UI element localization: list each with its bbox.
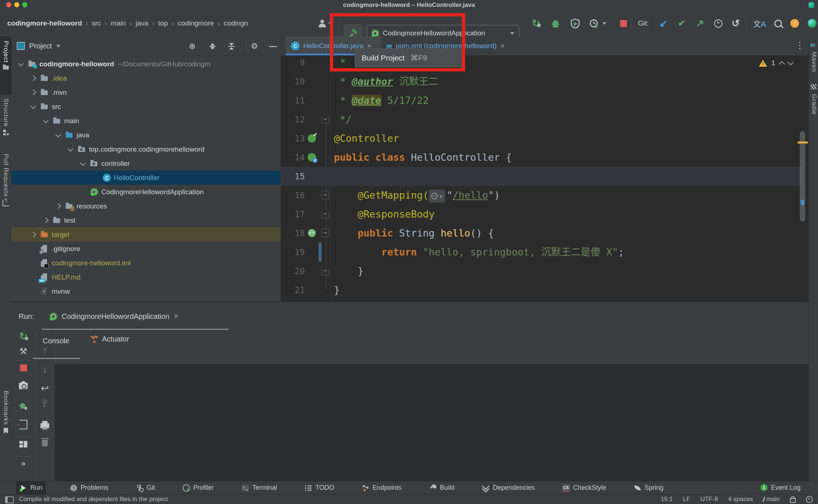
settings-gear-icon[interactable]: ⚙	[251, 42, 258, 51]
tree-chevron-icon[interactable]	[18, 60, 24, 66]
stripe-button-project[interactable]: Project	[0, 36, 12, 95]
clear-console-button[interactable]	[35, 438, 55, 446]
run-configuration-tab[interactable]: CodingmoreHellowordApplication ×	[50, 302, 179, 331]
fold-marker-icon[interactable]: −	[322, 228, 329, 237]
tool-window-button-endpoints[interactable]: Endpoints	[358, 481, 405, 495]
error-stripe-warning-mark[interactable]	[798, 141, 808, 144]
tree-item-target[interactable]: target	[12, 227, 281, 242]
gutter-globe-icon[interactable]	[308, 229, 316, 237]
fold-marker-icon[interactable]: −	[322, 266, 329, 275]
stripe-button-maven[interactable]: Maven	[810, 52, 818, 72]
edit-configuration-button[interactable]: ⚒	[12, 346, 35, 356]
collapse-all-icon[interactable]	[227, 42, 235, 50]
run-with-coverage-button[interactable]	[567, 10, 583, 36]
tree-chevron-icon[interactable]	[43, 117, 49, 123]
breadcrumb-item[interactable]: codingmore-helloword	[7, 19, 82, 27]
code-line-12[interactable]: 12− */	[281, 110, 809, 129]
tree-item-controller[interactable]: controller	[12, 156, 281, 171]
tab-actuator[interactable]: Actuator	[90, 335, 129, 343]
chevron-down-icon[interactable]	[56, 45, 61, 47]
git-history-button[interactable]	[710, 10, 726, 36]
tree-chevron-icon[interactable]	[55, 203, 61, 209]
tree-chevron-icon[interactable]	[68, 146, 74, 152]
tree-item-src[interactable]: src	[12, 99, 281, 114]
fold-marker-icon[interactable]: −	[322, 115, 329, 124]
stripe-button-bookmarks[interactable]: Bookmarks	[0, 391, 12, 434]
stop-button[interactable]	[615, 10, 631, 36]
fold-marker-icon[interactable]: −	[322, 191, 329, 199]
tree-item-hellocontroller[interactable]: HelloController	[12, 171, 281, 185]
code-line-20[interactable]: 20− }	[281, 262, 809, 281]
console-output[interactable]	[55, 364, 809, 482]
hide-panel-icon[interactable]: —	[269, 42, 277, 51]
breadcrumb-item[interactable]: codingn	[224, 19, 248, 27]
code-line-16[interactable]: 16− @GetMapping(∨"/hello")	[281, 186, 809, 205]
tree-item-test[interactable]: test	[12, 213, 281, 227]
status-widget-branch[interactable]: main	[763, 496, 780, 503]
code-line-19[interactable]: 19 return "hello, springboot, 沉默王二是傻 X";	[281, 243, 809, 262]
translate-icon[interactable]: 文A	[750, 10, 769, 36]
gutter-bean-icon[interactable]	[308, 134, 316, 142]
tree-item--idea[interactable]: .idea	[12, 71, 281, 85]
url-inlay-chip[interactable]: ∨	[429, 190, 445, 203]
code-line-17[interactable]: 17− @ResponseBody	[281, 205, 809, 224]
tool-window-button-checkstyle[interactable]: CheckStyle	[559, 481, 610, 495]
tool-window-button-todo[interactable]: TODO	[301, 481, 338, 495]
tree-item-help-md[interactable]: HELP.md	[12, 270, 281, 284]
project-view-title[interactable]: Project	[29, 42, 52, 50]
scroll-to-end-button[interactable]	[35, 399, 55, 404]
gutter-mvc-icon[interactable]	[308, 153, 316, 161]
tree-chevron-icon[interactable]	[43, 218, 49, 223]
run-button[interactable]: ↻	[528, 10, 544, 36]
git-push-button[interactable]: ↗	[692, 10, 708, 36]
tree-item-mvnw[interactable]: mvnw	[12, 284, 281, 298]
tool-window-button-git[interactable]: Git	[132, 481, 159, 495]
tree-item--gitignore[interactable]: .gitignore	[12, 242, 281, 256]
up-stack-trace-button[interactable]: ↑	[35, 345, 55, 356]
close-window-button[interactable]	[6, 2, 11, 7]
tool-window-button-event-log[interactable]: 1 Event Log	[760, 481, 801, 494]
stripe-button-pull-requests[interactable]: Pull Requests	[0, 154, 12, 206]
more-actions-button[interactable]: »	[12, 459, 35, 468]
menu-bar-icon[interactable]	[809, 2, 814, 8]
error-stripe-change-mark[interactable]	[801, 200, 804, 205]
more-tabs-icon[interactable]: ⋮	[795, 40, 804, 50]
status-widget-hints[interactable]	[806, 496, 813, 503]
tree-item-top-codingmore-codingmorehelloword[interactable]: top.codingmore.codingmorehelloword	[12, 142, 281, 156]
tool-window-button-terminal[interactable]: Terminal	[238, 481, 281, 495]
code-line-14[interactable]: 14public class HelloController {	[281, 148, 809, 167]
close-run-tab-icon[interactable]: ×	[174, 312, 179, 321]
rerun-button[interactable]: ↻	[12, 332, 35, 341]
breadcrumb-item[interactable]: main	[111, 19, 126, 27]
fold-marker-icon[interactable]: −	[322, 210, 329, 218]
debug-button[interactable]	[548, 10, 564, 36]
user-dropdown-icon[interactable]	[327, 10, 334, 36]
git-update-button[interactable]: ↙	[655, 10, 671, 36]
expand-all-icon[interactable]	[209, 42, 217, 50]
thread-dump-button[interactable]	[12, 383, 35, 389]
status-widget-lock[interactable]	[790, 496, 796, 503]
locate-file-icon[interactable]: ⊕	[189, 42, 195, 51]
restore-layout-button[interactable]	[12, 441, 35, 448]
tree-item-resources[interactable]: resources	[12, 199, 281, 213]
git-commit-button[interactable]: ✔	[674, 10, 690, 36]
down-stack-trace-button[interactable]: ↓	[35, 364, 55, 375]
tree-chevron-icon[interactable]	[31, 75, 36, 81]
stripe-button-gradle[interactable]: Gradle	[810, 94, 818, 115]
code-line-10[interactable]: 10 * @author 沉默王二	[281, 72, 809, 91]
code-line-15[interactable]: 15	[281, 167, 803, 186]
code-line-18[interactable]: 18− public String hello() {	[281, 224, 809, 243]
soft-wrap-button[interactable]: ↩	[35, 383, 55, 394]
code-line-21[interactable]: 21}	[281, 281, 809, 300]
search-everywhere-button[interactable]	[770, 10, 786, 36]
breadcrumb[interactable]: codingmore-helloword›src›main›java›top›c…	[7, 10, 248, 36]
tool-window-button-spring[interactable]: Spring	[630, 481, 667, 495]
status-widget-utf-8[interactable]: UTF-8	[700, 496, 718, 503]
breadcrumb-item[interactable]: codingmore	[178, 19, 214, 27]
print-button[interactable]	[35, 421, 55, 428]
code-line-11[interactable]: 11 * @date 5/17/22	[281, 91, 809, 110]
attach-debugger-button[interactable]	[12, 401, 35, 410]
tree-item--mvn[interactable]: .mvn	[12, 85, 281, 99]
status-widget-4-spaces[interactable]: 4 spaces	[728, 496, 753, 503]
close-tab-icon[interactable]: ×	[500, 42, 505, 50]
